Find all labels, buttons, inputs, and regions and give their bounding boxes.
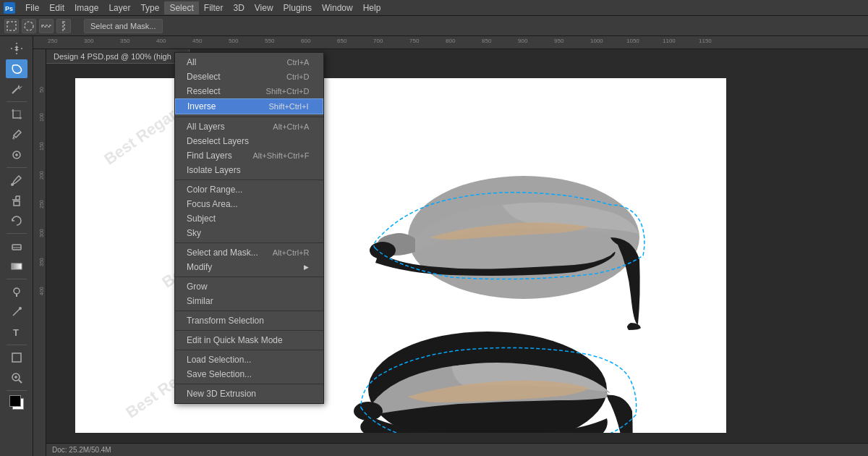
menu-section-grow: Grow Similar [175, 277, 323, 311]
selection-rect-icon[interactable] [4, 19, 19, 33]
menu-item-select-mask[interactable]: Select and Mask... Alt+Ctrl+R [175, 245, 323, 260]
menu-item-deselect-layers[interactable]: Deselect Layers [175, 134, 323, 148]
menu-item-subject[interactable]: Subject [175, 211, 323, 226]
menu-item-focus-area[interactable]: Focus Area... [175, 197, 323, 211]
menu-item-load-selection[interactable]: Load Selection... [175, 352, 323, 367]
clone-stamp-tool[interactable] [6, 191, 27, 210]
menu-item-find-layers[interactable]: Find Layers Alt+Shift+Ctrl+F [175, 148, 323, 163]
menu-section-subject: Color Range... Focus Area... Subject Sky [175, 180, 323, 243]
selection-col-icon[interactable] [56, 19, 71, 33]
select-and-mask-button[interactable]: Select and Mask... [84, 19, 163, 33]
lasso-tool[interactable] [6, 59, 27, 78]
svg-point-7 [11, 183, 14, 186]
ruler-vertical: 50 100 150 200 250 300 350 400 [33, 49, 46, 456]
status-text: Doc: 25.2M/50.4M [52, 446, 111, 454]
shape-tool[interactable] [6, 348, 27, 367]
menu-item-all-layers[interactable]: All Layers Alt+Ctrl+A [175, 119, 323, 134]
selection-ellipse-icon[interactable] [22, 19, 36, 33]
menu-item-sky[interactable]: Sky [175, 226, 323, 240]
menu-section-load-save: Load Selection... Save Selection... [175, 350, 323, 384]
menu-section-layers: All Layers Alt+Ctrl+A Deselect Layers Fi… [175, 117, 323, 180]
svg-point-3 [25, 22, 33, 30]
svg-point-16 [370, 242, 396, 259]
menu-item-new-3d[interactable]: New 3D Extrusion [175, 387, 323, 401]
brush-tool[interactable] [6, 171, 27, 190]
menu-section-transform: Transform Selection [175, 311, 323, 331]
color-swatches[interactable] [7, 395, 27, 414]
magic-wand-tool[interactable] [6, 80, 27, 98]
menu-item-reselect[interactable]: Reselect Shift+Ctrl+D [175, 84, 323, 98]
ruler-horizontal: 250 300 350 400 450 500 550 600 650 700 … [33, 36, 868, 49]
menu-image[interactable]: Image [69, 1, 103, 14]
menu-window[interactable]: Window [317, 1, 358, 14]
options-bar: Select and Mask... [0, 16, 868, 36]
menu-item-transform-selection[interactable]: Transform Selection [175, 313, 323, 328]
eraser-tool[interactable] [6, 237, 27, 256]
move-tool[interactable] [6, 39, 27, 58]
menu-item-isolate-layers[interactable]: Isolate Layers [175, 163, 323, 177]
main-layout: T 250 300 350 400 450 500 550 [0, 36, 868, 456]
menu-layer[interactable]: Layer [103, 1, 135, 14]
menu-item-inverse[interactable]: Inverse Shift+Ctrl+I [175, 98, 323, 114]
left-toolbar: T [0, 36, 33, 456]
svg-point-10 [14, 288, 20, 294]
svg-point-11 [19, 307, 22, 310]
menu-select[interactable]: Select [164, 1, 198, 14]
menu-item-modify[interactable]: Modify [175, 260, 323, 274]
status-bar: Doc: 25.2M/50.4M [46, 443, 868, 456]
history-brush-tool[interactable] [6, 211, 27, 230]
selection-row-icon[interactable] [39, 19, 54, 33]
menu-item-deselect[interactable]: Deselect Ctrl+D [175, 69, 323, 84]
svg-rect-4 [42, 25, 51, 27]
svg-rect-13 [12, 353, 21, 362]
menu-filter[interactable]: Filter [199, 1, 229, 14]
gradient-tool[interactable] [6, 257, 27, 276]
menu-item-quick-mask[interactable]: Edit in Quick Mask Mode [175, 333, 323, 347]
menu-plugins[interactable]: Plugins [278, 1, 317, 14]
menu-3d[interactable]: 3D [228, 1, 249, 14]
eyedropper-tool[interactable] [6, 125, 27, 144]
select-dropdown-menu: All Ctrl+A Deselect Ctrl+D Reselect Shif… [174, 52, 324, 404]
document-title-text: Design 4 PSD.psd @ 100% (high [54, 52, 171, 61]
document-tab[interactable]: Design 4 PSD.psd @ 100% (high ✕ [46, 49, 190, 64]
menu-item-all[interactable]: All Ctrl+A [175, 55, 323, 69]
menu-section-mask: Select and Mask... Alt+Ctrl+R Modify [175, 243, 323, 277]
crop-tool[interactable] [6, 105, 27, 124]
menu-item-similar[interactable]: Similar [175, 294, 323, 308]
svg-rect-5 [63, 22, 64, 30]
menu-file[interactable]: File [20, 1, 44, 14]
canvas-area: 250 300 350 400 450 500 550 600 650 700 … [33, 36, 868, 456]
menu-edit[interactable]: Edit [44, 1, 69, 14]
menu-section-basic: All Ctrl+A Deselect Ctrl+D Reselect Shif… [175, 53, 323, 117]
menu-section-mask-mode: Edit in Quick Mask Mode [175, 331, 323, 350]
menu-item-save-selection[interactable]: Save Selection... [175, 367, 323, 381]
svg-rect-9 [12, 263, 22, 269]
zoom-tool[interactable] [6, 368, 27, 387]
pen-tool[interactable] [6, 303, 27, 321]
canvas-document: Best Regards, Test Re... Best Regards, T… [75, 78, 726, 433]
text-tool[interactable]: T [6, 323, 27, 342]
menu-bar: Ps File Edit Image Layer Type Select Fil… [0, 0, 868, 16]
svg-text:T: T [13, 327, 19, 338]
menu-view[interactable]: View [250, 1, 278, 14]
dodge-tool[interactable] [6, 282, 27, 301]
menu-type[interactable]: Type [135, 1, 164, 14]
menu-item-grow[interactable]: Grow [175, 279, 323, 294]
svg-text:Ps: Ps [5, 5, 13, 12]
menu-item-color-range[interactable]: Color Range... [175, 182, 323, 197]
heal-tool[interactable] [6, 145, 27, 164]
ps-logo-icon: Ps [3, 1, 16, 14]
menu-help[interactable]: Help [358, 1, 386, 14]
menu-section-3d: New 3D Extrusion [175, 384, 323, 403]
svg-point-18 [354, 402, 383, 421]
svg-rect-2 [7, 22, 16, 30]
